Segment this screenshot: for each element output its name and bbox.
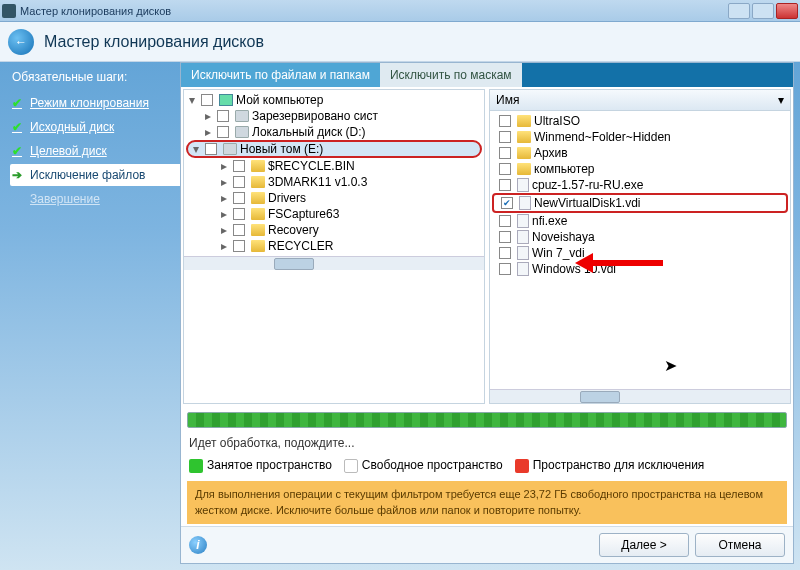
tree-item-label: Зарезервировано сист (252, 109, 378, 123)
checkbox[interactable] (205, 143, 217, 155)
list-row[interactable]: UltraISO (492, 113, 788, 129)
legend-used-label: Занятое пространство (207, 458, 332, 472)
col-name[interactable]: Имя (496, 93, 778, 107)
step-clone-mode[interactable]: ✔Режим клонирования (10, 92, 180, 114)
list-item-label: Windows 10.vdi (532, 262, 616, 276)
checkbox[interactable] (499, 115, 511, 127)
list-scrollbar-h[interactable] (490, 389, 790, 403)
tree-row[interactable]: ▾Мой компьютер (186, 92, 482, 108)
legend-excl-label: Пространство для исключения (533, 458, 705, 472)
checkbox[interactable] (217, 126, 229, 138)
scrollbar-thumb[interactable] (274, 258, 314, 270)
checkbox[interactable] (499, 179, 511, 191)
folder-tree-panel: ▾Мой компьютер▸Зарезервировано сист▸Лока… (183, 89, 485, 404)
step-source-disk[interactable]: ✔Исходный диск (10, 116, 180, 138)
wizard-header: ← Мастер клонирования дисков (0, 22, 800, 62)
list-header[interactable]: Имя ▾ (490, 90, 790, 111)
tree-row[interactable]: ▸Зарезервировано сист (186, 108, 482, 124)
legend-excl-icon (515, 459, 529, 473)
list-row[interactable]: Noveishaya (492, 229, 788, 245)
list-row[interactable]: ✔NewVirtualDisk1.vdi (492, 193, 788, 213)
checkbox[interactable] (233, 224, 245, 236)
tab-files-folders[interactable]: Исключить по файлам и папкам (181, 63, 380, 87)
tree-row[interactable]: ▸$RECYCLE.BIN (186, 158, 482, 174)
cancel-button[interactable]: Отмена (695, 533, 785, 557)
expander-icon[interactable]: ▸ (202, 125, 214, 139)
step-finish[interactable]: Завершение (10, 188, 180, 210)
checkbox[interactable] (499, 231, 511, 243)
list-row[interactable]: Win 7_vdi (492, 245, 788, 261)
checkbox[interactable] (233, 176, 245, 188)
tree-row[interactable]: ▸RECYCLER (186, 238, 482, 254)
list-row[interactable]: Windows 10.vdi (492, 261, 788, 277)
expander-icon[interactable]: ▾ (190, 142, 202, 156)
step-exclude-files[interactable]: ➔Исключение файлов (10, 164, 180, 186)
checkbox[interactable] (499, 263, 511, 275)
info-icon[interactable]: i (189, 536, 207, 554)
app-icon (2, 4, 16, 18)
list-row[interactable]: cpuz-1.57-ru-RU.exe (492, 177, 788, 193)
checkbox[interactable] (499, 247, 511, 259)
expander-icon[interactable]: ▸ (218, 159, 230, 173)
titlebar[interactable]: Мастер клонирования дисков (0, 0, 800, 22)
scrollbar-thumb[interactable] (580, 391, 620, 403)
expander-icon[interactable]: ▸ (218, 223, 230, 237)
tree-row[interactable]: ▸Drivers (186, 190, 482, 206)
tree-item-label: Drivers (268, 191, 306, 205)
window-title: Мастер клонирования дисков (20, 5, 728, 17)
expander-icon[interactable]: ▸ (218, 175, 230, 189)
step-target-disk[interactable]: ✔Целевой диск (10, 140, 180, 162)
expander-icon[interactable]: ▸ (202, 109, 214, 123)
list-item-label: Noveishaya (532, 230, 595, 244)
tab-masks[interactable]: Исключить по маскам (380, 63, 522, 87)
disk-icon (223, 143, 237, 155)
step-label: Исходный диск (30, 120, 114, 134)
tree-item-label: 3DMARK11 v1.0.3 (268, 175, 367, 189)
maximize-button[interactable] (752, 3, 774, 19)
expander-icon[interactable]: ▾ (186, 93, 198, 107)
step-label: Исключение файлов (30, 168, 145, 182)
tree-scrollbar-h[interactable] (184, 256, 484, 270)
list-row[interactable]: nfi.exe (492, 213, 788, 229)
legend: Занятое пространство Свободное пространс… (181, 452, 793, 479)
next-button[interactable]: Далее > (599, 533, 689, 557)
list-item-label: NewVirtualDisk1.vdi (534, 196, 640, 210)
arrow-left-icon: ← (15, 35, 27, 49)
list-row[interactable]: Winmend~Folder~Hidden (492, 129, 788, 145)
list-item-label: Архив (534, 146, 568, 160)
tree-item-label: Recovery (268, 223, 319, 237)
expander-icon[interactable]: ▸ (218, 191, 230, 205)
checkbox[interactable] (499, 147, 511, 159)
tree-row[interactable]: ▸Recovery (186, 222, 482, 238)
list-row[interactable]: компьютер (492, 161, 788, 177)
tree-row[interactable]: ▾Новый том (E:) (186, 140, 482, 158)
checkbox[interactable]: ✔ (501, 197, 513, 209)
check-icon: ✔ (12, 96, 26, 110)
legend-used-icon (189, 459, 203, 473)
tree-row[interactable]: ▸Локальный диск (D:) (186, 124, 482, 140)
list-row[interactable]: Архив (492, 145, 788, 161)
expander-icon[interactable]: ▸ (218, 207, 230, 221)
checkbox[interactable] (499, 215, 511, 227)
back-button[interactable]: ← (8, 29, 34, 55)
checkbox[interactable] (499, 131, 511, 143)
folder-icon (251, 208, 265, 220)
file-icon (517, 262, 529, 276)
tree-row[interactable]: ▸3DMARK11 v1.0.3 (186, 174, 482, 190)
tree-item-label: RECYCLER (268, 239, 333, 253)
checkbox[interactable] (233, 208, 245, 220)
checkbox[interactable] (233, 240, 245, 252)
checkbox[interactable] (233, 160, 245, 172)
sort-icon[interactable]: ▾ (778, 93, 784, 107)
list-item-label: UltraISO (534, 114, 580, 128)
tree-row[interactable]: ▸FSCapture63 (186, 206, 482, 222)
checkbox[interactable] (499, 163, 511, 175)
list-item-label: Win 7_vdi (532, 246, 585, 260)
minimize-button[interactable] (728, 3, 750, 19)
close-button[interactable] (776, 3, 798, 19)
steps-sidebar: Обязательные шаги: ✔Режим клонирования ✔… (0, 62, 180, 570)
checkbox[interactable] (233, 192, 245, 204)
checkbox[interactable] (217, 110, 229, 122)
checkbox[interactable] (201, 94, 213, 106)
expander-icon[interactable]: ▸ (218, 239, 230, 253)
